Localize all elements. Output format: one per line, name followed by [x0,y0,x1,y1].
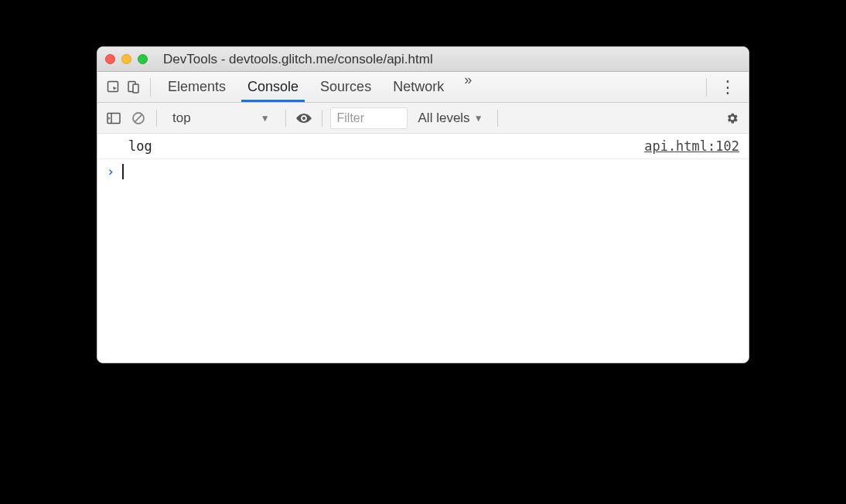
traffic-lights [105,54,148,64]
main-toolbar: Elements Console Sources Network » ⋮ [97,72,749,103]
filter-input[interactable] [330,107,408,129]
divider [156,110,157,127]
close-icon[interactable] [105,54,115,64]
chevron-down-icon: ▼ [474,113,483,124]
maximize-icon[interactable] [138,54,148,64]
toolbar-right: ⋮ [700,78,742,97]
panel-tabs: Elements Console Sources Network » [157,72,481,102]
log-levels-selector[interactable]: All levels ▼ [412,111,490,126]
window-title: DevTools - devtools.glitch.me/console/ap… [148,52,741,67]
svg-rect-2 [133,84,138,93]
tab-console[interactable]: Console [237,72,309,102]
tabs-overflow-icon[interactable]: » [455,72,481,102]
console-output: log api.html:102 › [97,134,749,363]
tab-elements[interactable]: Elements [157,72,237,102]
source-link[interactable]: api.html:102 [644,138,739,154]
levels-label: All levels [418,111,470,126]
chevron-down-icon: ▼ [261,113,270,124]
console-prompt[interactable]: › [97,159,749,184]
divider [322,110,322,127]
inspect-element-icon[interactable] [104,77,124,97]
divider [497,110,498,127]
clear-console-icon[interactable] [128,108,148,128]
console-row: log api.html:102 [97,134,749,159]
live-expression-icon[interactable] [294,108,314,128]
console-settings-icon[interactable] [722,108,742,128]
context-label: top [172,111,191,126]
menu-kebab-icon[interactable]: ⋮ [713,79,742,96]
titlebar: DevTools - devtools.glitch.me/console/ap… [97,47,749,72]
context-selector[interactable]: top ▼ [165,111,278,126]
text-cursor [122,164,124,179]
prompt-caret-icon: › [107,164,114,179]
divider [285,110,286,127]
devtools-window: DevTools - devtools.glitch.me/console/ap… [97,46,749,363]
sidebar-toggle-icon[interactable] [104,108,124,128]
device-toolbar-icon[interactable] [124,77,144,97]
divider [706,78,707,97]
divider [150,78,151,97]
tab-sources[interactable]: Sources [309,72,382,102]
log-message: log [128,138,152,154]
svg-line-6 [135,114,142,122]
minimize-icon[interactable] [121,54,131,64]
console-toolbar: top ▼ All levels ▼ [97,103,749,134]
tab-network[interactable]: Network [382,72,455,102]
